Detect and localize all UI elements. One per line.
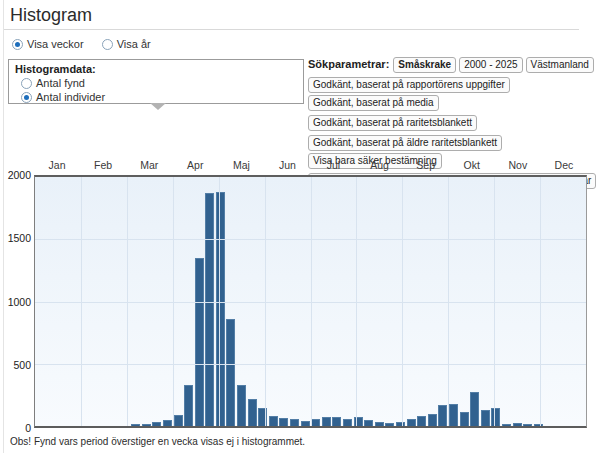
month-label-okt: Okt [449,159,495,173]
search-parameter-tag: Godkänt, baserat på media [308,95,439,111]
histogram-bar [163,420,172,426]
month-label-feb: Feb [80,159,126,173]
search-parameter-tag: Godkänt, baserat på rapportörens uppgift… [308,77,510,93]
histogram-bar [269,416,278,426]
radio-icon-visa-veckor[interactable] [12,39,23,50]
footer-note: Obs! Fynd vars period överstiger en veck… [10,436,305,447]
search-parameter-tag: 2000 - 2025 [459,57,522,73]
histogram-bar [364,420,373,426]
histogram-bar [184,385,193,426]
histogram-chart: JanFebMarAprMajJunJulAugSepOktNovDec 050… [4,159,598,433]
month-label-aug: Aug [357,159,403,173]
month-label-nov: Nov [495,159,541,173]
histogram-bar [174,415,183,426]
search-parameter-tag: Västmanland [526,57,594,73]
histogram-bar [534,424,543,426]
horizontal-gridline [35,364,586,365]
histogram-bar [343,419,352,426]
radio-antal-individer[interactable]: Antal individer [21,91,303,103]
histogram-bar [428,414,437,426]
radio-icon-antal-individer[interactable] [21,92,32,103]
month-label-apr: Apr [172,159,218,173]
search-parameter-tag: Godkänt, baserat på äldre raritetsblanke… [308,135,502,151]
histogram-bar [258,408,267,426]
histogram-bar [470,392,479,426]
page-title: Histogram [10,5,92,26]
radio-icon-antal-fynd[interactable] [21,78,32,89]
histogram-bar [407,419,416,426]
histogram-bar [152,422,161,426]
histogram-bar [491,408,500,426]
radio-label-antal-individer: Antal individer [36,91,105,103]
histogram-bar [290,419,299,426]
y-axis-tick-label: 500 [4,359,31,371]
histogram-bar [513,423,522,426]
histogramdata-legend: Histogramdata: [15,63,303,75]
histogram-bar [311,419,320,426]
histogram-bar [396,422,405,426]
histogram-bar [248,399,257,426]
horizontal-gridline [35,239,586,240]
month-label-maj: Maj [218,159,264,173]
month-label-mar: Mar [126,159,172,173]
search-parameter-tag: Godkänt, baserat på raritetsblankett [308,115,477,131]
y-axis-labels: 0500100015002000 [4,175,31,428]
box-pointer-arrow-icon [150,103,166,110]
histogram-bar [279,418,288,426]
histogramdata-box: Histogramdata: Antal fynd Antal individe… [8,59,304,104]
histogram-bar [216,192,225,426]
histogram-bar [523,424,532,426]
month-label-jan: Jan [34,159,80,173]
y-axis-tick-label: 2000 [4,169,31,181]
title-divider [4,29,579,30]
month-label-jul: Jul [310,159,356,173]
view-mode-toggle: Visa veckor Visa år [12,38,151,50]
x-axis-month-labels: JanFebMarAprMajJunJulAugSepOktNovDec [34,159,587,173]
histogram-bar [195,258,204,426]
histogram-bar [481,410,490,426]
radio-label-antal-fynd: Antal fynd [36,77,85,89]
histogram-bar [332,417,341,426]
radio-antal-fynd[interactable]: Antal fynd [21,77,303,89]
radio-label-visa-ar: Visa år [117,38,151,50]
histogram-bar [301,421,310,426]
month-label-dec: Dec [541,159,587,173]
radio-visa-ar[interactable]: Visa år [102,38,151,50]
tag-row: Godkänt, baserat på raritetsblankett [308,114,600,132]
histogram-bar [502,424,511,426]
histogram-bar [449,404,458,426]
histogram-bar [237,385,246,426]
radio-label-visa-veckor: Visa veckor [27,38,84,50]
tag-row: Sökparametrar:Småskrake2000 - 2025Västma… [308,56,600,74]
horizontal-gridline [35,302,586,303]
histogram-bar [375,422,384,426]
histogram-bar [385,423,394,426]
histogram-bar [354,417,363,426]
y-axis-tick-label: 0 [4,422,31,434]
histogram-bar [226,319,235,426]
histogram-bar [205,193,214,426]
plot-area [34,175,587,428]
histogram-bar [417,416,426,426]
tag-row: Godkänt, baserat på rapportörens uppgift… [308,76,600,112]
y-axis-tick-label: 1500 [4,232,31,244]
histogram-bar [438,405,447,426]
radio-icon-visa-ar[interactable] [102,39,113,50]
radio-visa-veckor[interactable]: Visa veckor [12,38,84,50]
month-label-sep: Sep [403,159,449,173]
search-parameters-label: Sökparametrar: [308,58,389,70]
y-axis-tick-label: 1000 [4,296,31,308]
histogram-bar [460,412,469,426]
histogram-bar [322,417,331,426]
histogram-bar [142,424,151,426]
histogram-bar [131,424,140,426]
histogram-page: Histogram Visa veckor Visa år Histogramd… [0,0,601,453]
search-parameter-tag: Småskrake [393,57,456,73]
month-label-jun: Jun [264,159,310,173]
